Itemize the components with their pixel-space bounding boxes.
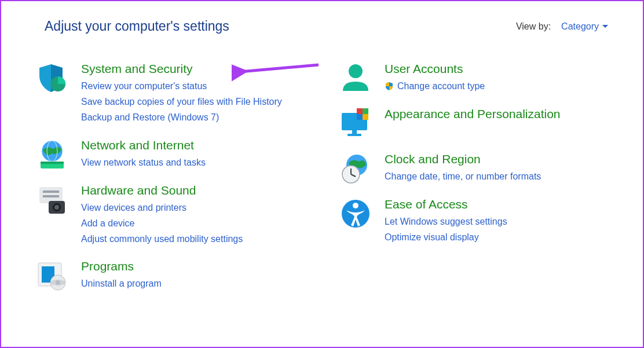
category-user-accounts: User Accounts Change account type [339, 62, 620, 94]
category-link[interactable]: Uninstall a program [81, 276, 162, 291]
category-link[interactable]: Backup and Restore (Windows 7) [81, 109, 282, 125]
user-icon [339, 62, 372, 94]
svg-point-17 [349, 64, 363, 78]
category-link[interactable]: Review your computer's status [81, 78, 282, 94]
category-link[interactable]: Optimize visual display [385, 229, 507, 245]
category-title[interactable]: Network and Internet [81, 138, 206, 152]
svg-rect-8 [43, 195, 59, 197]
viewby-label: View by: [516, 21, 551, 32]
viewby-container: View by: Category [516, 21, 608, 32]
category-link[interactable]: Change account type [397, 78, 485, 94]
category-title[interactable]: Clock and Region [385, 152, 541, 166]
shield-icon [36, 62, 68, 94]
svg-rect-7 [43, 191, 59, 193]
viewby-value: Category [561, 21, 599, 32]
svg-rect-19 [352, 130, 357, 134]
category-ease-of-access: Ease of Access Let Windows suggest setti… [339, 197, 620, 245]
category-link[interactable]: Add a device [81, 215, 243, 231]
header: Adjust your computer's settings View by:… [36, 19, 620, 34]
category-link[interactable]: View network status and tasks [81, 155, 206, 170]
accessibility-icon [339, 197, 372, 230]
svg-rect-20 [347, 134, 361, 136]
svg-rect-24 [363, 114, 368, 120]
category-link[interactable]: Adjust commonly used mobility settings [81, 231, 243, 247]
svg-point-16 [56, 280, 60, 285]
left-column: System and Security Review your computer… [36, 62, 316, 305]
svg-rect-23 [357, 114, 363, 120]
category-title[interactable]: System and Security [81, 62, 282, 76]
programs-icon [36, 259, 68, 292]
right-column: User Accounts Change account type [339, 62, 620, 305]
category-network-internet: Network and Internet View network status… [36, 138, 316, 171]
category-title[interactable]: Ease of Access [385, 197, 507, 211]
svg-point-30 [353, 203, 358, 208]
chevron-down-icon [602, 25, 608, 28]
category-link[interactable]: Let Windows suggest settings [385, 214, 507, 229]
category-title[interactable]: Programs [81, 259, 162, 273]
category-title[interactable]: User Accounts [385, 62, 485, 76]
category-system-security: System and Security Review your computer… [36, 62, 316, 126]
category-link[interactable]: Change date, time, or number formats [385, 168, 541, 184]
category-title[interactable]: Hardware and Sound [81, 184, 243, 197]
svg-rect-22 [363, 108, 368, 114]
svg-rect-5 [41, 162, 64, 164]
category-link[interactable]: View devices and printers [81, 200, 243, 215]
category-link[interactable]: Save backup copies of your files with Fi… [81, 94, 282, 109]
monitor-icon [339, 107, 372, 140]
uac-shield-icon [385, 82, 394, 91]
svg-point-11 [54, 205, 59, 210]
category-appearance-personalization: Appearance and Personalization [339, 107, 620, 140]
page-title: Adjust your computer's settings [45, 19, 229, 34]
globe-icon [36, 138, 68, 171]
category-programs: Programs Uninstall a program [36, 259, 316, 292]
category-clock-region: Clock and Region Change date, time, or n… [339, 152, 620, 185]
printer-camera-icon [36, 184, 68, 216]
svg-rect-21 [357, 108, 363, 114]
viewby-dropdown[interactable]: Category [561, 21, 608, 32]
clock-globe-icon [339, 152, 372, 185]
category-hardware-sound: Hardware and Sound View devices and prin… [36, 184, 316, 247]
category-title[interactable]: Appearance and Personalization [385, 107, 561, 121]
